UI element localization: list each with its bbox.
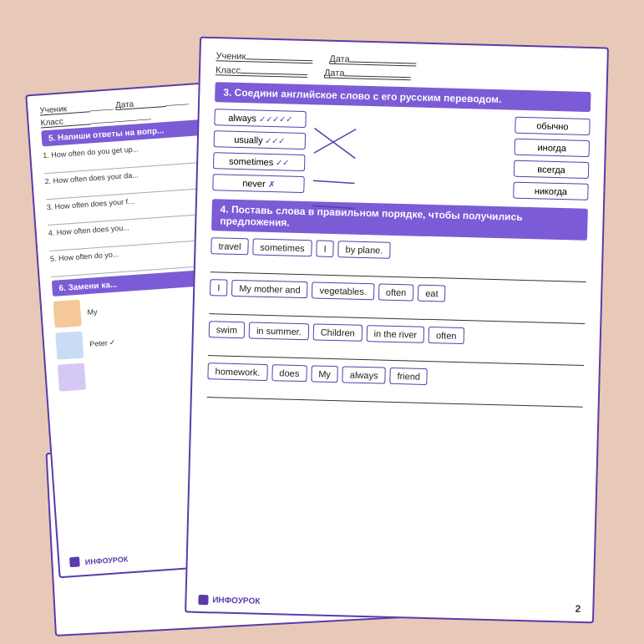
checks-never: ✗ — [268, 180, 275, 189]
p1-label-uchenik: Ученик — [216, 50, 312, 63]
word-in-the-river: in the river — [366, 325, 424, 343]
word-often-2: often — [428, 327, 464, 344]
match-word-sometimes: sometimes ✓✓ — [213, 152, 305, 171]
match-container: always ✓✓✓✓✓ usually ✓✓✓ sometimes ✓✓ ne… — [212, 109, 590, 200]
word-friend: friend — [389, 368, 428, 385]
match-word-always: always ✓✓✓✓✓ — [214, 109, 306, 128]
p1-label-klass: Класс — [216, 64, 307, 78]
svg-line-2 — [313, 180, 355, 183]
match-word-never: never ✗ — [212, 174, 304, 193]
word-in-summer: in summer. — [249, 322, 309, 340]
word-swim: swim — [209, 321, 246, 338]
p1-label-data: Дата — [329, 53, 417, 67]
p2-row1-text: My — [87, 307, 98, 317]
word-order-section: travel sometimes I by plane. I My mother… — [207, 237, 587, 408]
answer-line-2 — [209, 301, 585, 324]
p2-avatar1 — [53, 300, 82, 328]
match-right: обычно иногда всегда никогда — [513, 117, 591, 200]
word-always: always — [342, 366, 386, 383]
p2-row2-text: Peter ✓ — [89, 338, 117, 348]
word-homework: homework. — [207, 363, 267, 381]
match-ru-nikogda: никогда — [513, 182, 588, 200]
answer-line-1 — [210, 259, 586, 282]
svg-line-3 — [312, 205, 354, 208]
match-lines-area — [312, 111, 506, 198]
word-vegetables: vegetables. — [312, 281, 374, 300]
match-ru-vsegda: всегда — [514, 160, 589, 179]
word-my: My — [311, 365, 338, 383]
p1-logo: ИНФОУРОК — [198, 595, 260, 606]
p1-page-number: 2 — [575, 603, 581, 615]
checks-usually: ✓✓✓ — [265, 136, 285, 146]
match-left: always ✓✓✓✓✓ usually ✓✓✓ sometimes ✓✓ ne… — [212, 109, 307, 193]
p2-logo: ИНФОУРОК — [69, 550, 129, 569]
match-lines-svg — [312, 115, 364, 226]
section3-title: 3. Соедини английское слово с его русски… — [215, 82, 591, 112]
word-byplane: by plane. — [337, 241, 390, 259]
match-section: always ✓✓✓✓✓ usually ✓✓✓ sometimes ✓✓ ne… — [212, 109, 590, 200]
p2-logo-icon — [69, 556, 80, 567]
word-travel: travel — [210, 237, 248, 255]
match-ru-inogda: иногда — [515, 139, 590, 157]
answer-line-3 — [208, 342, 584, 366]
word-eat: eat — [418, 285, 446, 302]
word-children: Children — [313, 323, 363, 342]
answer-line-4 — [207, 384, 583, 408]
word-I-1: I — [316, 240, 334, 257]
word-I-2: I — [210, 279, 228, 297]
p2-avatar2 — [55, 332, 84, 360]
p2-avatar3 — [58, 363, 86, 391]
checks-sometimes: ✓✓ — [276, 158, 289, 167]
p1-label-data2: Дата — [324, 68, 412, 81]
match-word-usually: usually ✓✓✓ — [214, 130, 306, 150]
checks-always: ✓✓✓✓✓ — [259, 114, 292, 124]
section4-title: 4. Поставь слова в правильном порядке, ч… — [211, 199, 588, 241]
match-ru-obychno: обычно — [515, 117, 590, 135]
word-sometimes: sometimes — [252, 238, 312, 256]
page-1: Ученик Дата Класс Дата 3. Соедини англий… — [185, 37, 609, 624]
word-often: often — [378, 283, 414, 301]
word-does: does — [271, 364, 307, 382]
word-my-mother: My mother and — [231, 280, 308, 298]
p1-logo-icon — [198, 595, 208, 605]
